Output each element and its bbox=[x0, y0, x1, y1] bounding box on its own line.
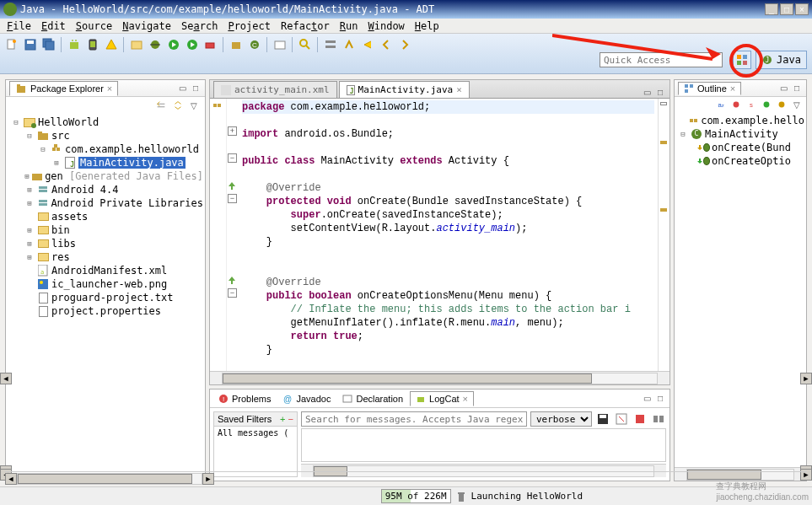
avd-manager-button[interactable] bbox=[84, 36, 101, 53]
bottom-maximize-button[interactable]: □ bbox=[654, 393, 666, 405]
collapse-all-button[interactable] bbox=[154, 99, 168, 112]
tree-proguard[interactable]: proguard-project.txt bbox=[8, 291, 203, 304]
scroll-left-button[interactable]: ◄ bbox=[0, 373, 12, 384]
new-project-wizard-button[interactable] bbox=[128, 36, 145, 53]
sdk-manager-button[interactable] bbox=[66, 36, 83, 53]
remove-filter-button[interactable]: − bbox=[288, 414, 293, 424]
view-menu-button[interactable]: ▽ bbox=[188, 99, 200, 111]
logcat-search-input[interactable] bbox=[301, 411, 527, 427]
scroll-right-button[interactable]: ► bbox=[800, 373, 812, 384]
logcat-level-select[interactable]: verbose bbox=[530, 411, 592, 427]
external-tools-button[interactable] bbox=[202, 36, 219, 53]
editor-body[interactable]: + − − − package com.example.helloworld; … bbox=[210, 99, 669, 371]
editor-tab-main-activity[interactable]: MainActivity.java × bbox=[339, 81, 470, 98]
maximize-view-button[interactable]: □ bbox=[190, 83, 202, 94]
debug-button[interactable] bbox=[147, 36, 164, 53]
maximize-button[interactable]: □ bbox=[780, 3, 793, 15]
menu-help[interactable]: Help bbox=[410, 19, 444, 34]
add-filter-button[interactable]: + bbox=[280, 414, 285, 424]
quick-access-input[interactable] bbox=[600, 52, 723, 67]
menu-navigate[interactable]: Navigate bbox=[117, 19, 176, 34]
close-editor-tab-icon[interactable]: × bbox=[456, 84, 462, 95]
tree-package[interactable]: ⊟com.example.helloworld bbox=[8, 142, 203, 156]
outline-package[interactable]: com.example.hello bbox=[676, 114, 804, 127]
tree-project[interactable]: ⊟HelloWorld bbox=[8, 116, 203, 129]
annotation-nav-button[interactable] bbox=[341, 36, 358, 53]
logcat-display-button[interactable] bbox=[651, 411, 666, 427]
logcat-table[interactable] bbox=[301, 428, 666, 462]
outline-maximize-button[interactable]: □ bbox=[791, 83, 803, 94]
scroll-thumb[interactable] bbox=[223, 373, 592, 384]
tree-res[interactable]: ⊞res bbox=[8, 250, 203, 264]
menu-refactor[interactable]: Refactor bbox=[276, 19, 335, 34]
menu-run[interactable]: Run bbox=[335, 19, 363, 34]
java-perspective-button[interactable]: J Java bbox=[756, 51, 807, 69]
tree-libs[interactable]: ⊞libs bbox=[8, 237, 203, 250]
link-editor-button[interactable] bbox=[171, 99, 185, 112]
forward-button[interactable] bbox=[396, 36, 413, 53]
fold-oncreate-button[interactable]: − bbox=[228, 194, 237, 203]
lint-button[interactable] bbox=[103, 36, 120, 53]
hide-local-button[interactable] bbox=[776, 99, 788, 110]
last-edit-button[interactable] bbox=[359, 36, 376, 53]
declaration-tab[interactable]: Declaration bbox=[337, 392, 408, 406]
package-explorer-tab[interactable]: Package Explorer × bbox=[9, 81, 118, 96]
menu-source[interactable]: Source bbox=[71, 19, 117, 34]
filter-item-all[interactable]: All messages ( bbox=[214, 427, 297, 439]
back-button[interactable] bbox=[378, 36, 395, 53]
problems-tab[interactable]: !Problems bbox=[213, 392, 276, 406]
tree-main-activity[interactable]: ⊞MainActivity.java bbox=[8, 156, 203, 169]
fold-onmenu-button[interactable]: − bbox=[228, 288, 237, 298]
tree-props[interactable]: project.properties bbox=[8, 304, 203, 318]
tree-apl[interactable]: ⊞Android Private Libraries bbox=[8, 196, 203, 210]
hide-fields-button[interactable] bbox=[730, 99, 742, 110]
new-class-button[interactable]: C bbox=[246, 36, 263, 53]
bottom-minimize-button[interactable]: ▭ bbox=[641, 393, 653, 405]
save-button[interactable] bbox=[22, 36, 39, 53]
menu-edit[interactable]: Edit bbox=[36, 19, 71, 34]
memory-indicator[interactable]: 95M of 226M bbox=[381, 489, 451, 503]
code-area[interactable]: package com.example.helloworld; import a… bbox=[239, 99, 658, 371]
logcat-clear-button[interactable] bbox=[614, 411, 629, 427]
editor-maximize-button[interactable]: □ bbox=[654, 86, 666, 98]
hide-static-button[interactable]: s bbox=[745, 99, 757, 110]
logcat-tab[interactable]: LogCat× bbox=[410, 391, 474, 406]
tree-bin[interactable]: ⊞bin bbox=[8, 223, 203, 237]
save-all-button[interactable] bbox=[40, 36, 57, 53]
overview-ruler[interactable] bbox=[658, 99, 669, 371]
outline-oncreatemenu[interactable]: onCreateOptio bbox=[676, 154, 804, 168]
new-button[interactable] bbox=[3, 36, 20, 53]
logcat-scroll-lock-button[interactable] bbox=[632, 411, 648, 427]
toggle-breadcrumb-button[interactable] bbox=[322, 36, 339, 53]
open-type-button[interactable] bbox=[272, 36, 288, 53]
tree-manifest[interactable]: aAndroidManifest.xml bbox=[8, 264, 203, 277]
hide-nonpublic-button[interactable] bbox=[761, 99, 772, 110]
close-tab-icon[interactable]: × bbox=[107, 83, 112, 94]
tree-assets[interactable]: assets bbox=[8, 210, 203, 223]
workspace-hscrollbar[interactable]: ◄ ► bbox=[5, 471, 807, 485]
outline-class[interactable]: ⊟CMainActivity bbox=[676, 127, 804, 141]
open-perspective-button[interactable] bbox=[733, 51, 751, 69]
minimize-button[interactable]: _ bbox=[765, 3, 778, 15]
menu-search[interactable]: Search bbox=[176, 19, 223, 34]
new-package-button[interactable] bbox=[228, 36, 245, 53]
outline-minimize-button[interactable]: ▭ bbox=[777, 83, 789, 94]
run-button[interactable] bbox=[165, 36, 182, 53]
tree-android44[interactable]: ⊞Android 4.4 bbox=[8, 183, 203, 196]
close-tab-icon[interactable]: × bbox=[730, 83, 735, 94]
tree-src[interactable]: ⊟src bbox=[8, 129, 203, 142]
menu-file[interactable]: File bbox=[2, 19, 36, 34]
logcat-save-button[interactable] bbox=[595, 411, 610, 427]
close-tab-icon[interactable]: × bbox=[463, 394, 468, 404]
fold-import-button[interactable]: + bbox=[228, 126, 237, 136]
close-button[interactable]: × bbox=[795, 3, 809, 15]
editor-hscrollbar[interactable]: ◄ ► bbox=[210, 371, 669, 384]
editor-minimize-button[interactable]: ▭ bbox=[641, 86, 653, 98]
sort-button[interactable]: az bbox=[715, 99, 727, 110]
editor-tab-activity-main[interactable]: activity_main.xml bbox=[213, 81, 337, 98]
minimize-view-button[interactable]: ▭ bbox=[176, 83, 188, 94]
menu-project[interactable]: Project bbox=[223, 19, 276, 34]
menu-window[interactable]: Window bbox=[363, 19, 409, 34]
fold-class-button[interactable]: − bbox=[228, 153, 237, 163]
javadoc-tab[interactable]: @Javadoc bbox=[277, 392, 336, 406]
